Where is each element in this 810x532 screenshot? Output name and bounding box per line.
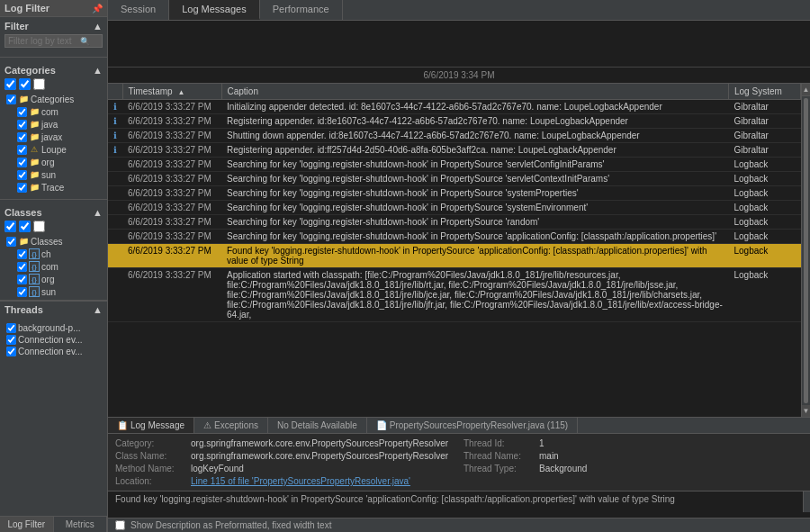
threads-collapse-icon[interactable]: ▲: [93, 304, 103, 315]
scroll-up-btn[interactable]: ▲: [802, 84, 810, 96]
cls-check-all[interactable]: [4, 221, 16, 232]
classes-section: Classes ▲ 📁Classes {}ch {}com {}org {}su…: [0, 203, 107, 300]
cls-item-classes[interactable]: 📁Classes: [4, 235, 103, 248]
location-value[interactable]: Line 115 of file 'PropertySourcesPropert…: [191, 476, 410, 486]
table-row[interactable]: 6/6/2019 3:33:27 PMFound key 'logging.re…: [108, 244, 801, 268]
table-row[interactable]: 6/6/2019 3:33:27 PMSearching for key 'lo…: [108, 172, 801, 186]
row-icon: [108, 158, 122, 172]
log-message-tab-label: Log Message: [130, 420, 184, 430]
tab-log-messages[interactable]: Log Messages: [169, 0, 260, 20]
tab-log-filter[interactable]: Log Filter: [0, 517, 54, 532]
cat-item-sun[interactable]: 📁sun: [15, 168, 103, 181]
categories-collapse-icon[interactable]: ▲: [93, 65, 103, 76]
log-message-tab-icon: 📋: [117, 420, 128, 430]
detail-classname-row: Class Name: org.springframework.core.env…: [115, 450, 454, 462]
cat-item-com[interactable]: 📁com: [15, 105, 103, 118]
log-filter-title: Log Filter: [4, 3, 50, 14]
exceptions-tab-icon: ⚠: [203, 420, 212, 430]
filter-input-wrap[interactable]: 🔍: [4, 34, 103, 48]
preformatted-checkbox[interactable]: [115, 520, 125, 530]
cat-item-categories[interactable]: 📁Categories: [4, 93, 103, 105]
table-row[interactable]: 6/6/2019 3:33:27 PMSearching for key 'lo…: [108, 158, 801, 172]
classes-collapse-icon[interactable]: ▲: [93, 207, 103, 218]
table-row[interactable]: ℹ6/6/2019 3:33:27 PMRegistering appender…: [108, 114, 801, 129]
cat-check-warn[interactable]: [33, 78, 45, 90]
log-scrollbar[interactable]: ▲ ▼: [801, 84, 810, 418]
cat-check-all[interactable]: [4, 78, 16, 90]
log-table-body: ℹ6/6/2019 3:33:27 PMInitializing appende…: [108, 100, 801, 322]
thread-item-ce1[interactable]: Connection ev...: [4, 334, 103, 346]
detail-tab-log-message[interactable]: 📋 Log Message: [108, 418, 194, 433]
table-row[interactable]: ℹ6/6/2019 3:33:27 PMShutting down append…: [108, 129, 801, 143]
exceptions-tab-label: Exceptions: [214, 420, 258, 430]
left-panel: Log Filter 📌 Filter ▲ 🔍 Categories ▲ 📁Ca…: [0, 0, 108, 532]
detail-tab-exceptions[interactable]: ⚠ Exceptions: [194, 418, 268, 433]
log-filter-header: Log Filter 📌: [0, 0, 107, 17]
divider-1: [0, 57, 107, 58]
filter-input[interactable]: [8, 36, 80, 46]
pin-icon[interactable]: 📌: [92, 4, 103, 14]
row-caption: Searching for key 'logging.register-shut…: [221, 172, 729, 186]
row-timestamp: 6/6/2019 3:33:27 PM: [122, 244, 221, 268]
top-tabs: Session Log Messages Performance: [108, 0, 810, 21]
cat-check-info[interactable]: [19, 78, 31, 90]
row-caption: Registering appender. id:8e1607c3-44c7-4…: [221, 114, 729, 129]
log-table-wrap[interactable]: Timestamp ▲ Caption Log System ℹ6/6/2019…: [108, 84, 801, 418]
cat-item-javax[interactable]: 📁javax: [15, 131, 103, 143]
cls-item-com[interactable]: {}com: [15, 260, 103, 273]
cls-check-info[interactable]: [19, 221, 31, 232]
row-icon: [108, 215, 122, 230]
cat-item-trace[interactable]: 📁Trace: [15, 181, 103, 194]
col-header-timestamp[interactable]: Timestamp ▲: [122, 84, 221, 100]
table-row[interactable]: 6/6/2019 3:33:27 PMSearching for key 'lo…: [108, 215, 801, 230]
row-icon: [108, 268, 122, 322]
col-header-caption[interactable]: Caption: [221, 84, 729, 100]
categories-label: Categories: [4, 65, 56, 76]
row-icon: ℹ: [108, 143, 122, 158]
top-tab-spacer: [343, 0, 810, 20]
classname-label: Class Name:: [115, 451, 187, 461]
cls-item-ch[interactable]: {}ch: [15, 248, 103, 260]
tab-metrics[interactable]: Metrics: [54, 517, 108, 532]
col-header-logsystem[interactable]: Log System: [729, 84, 801, 100]
detail-methodname-row: Method Name: logKeyFound: [115, 463, 454, 474]
tab-performance[interactable]: Performance: [260, 0, 343, 20]
detail-tab-property-sources[interactable]: 📄 PropertySourcesPropertyResolver.java (…: [367, 418, 578, 433]
classes-label: Classes: [4, 207, 42, 218]
table-row[interactable]: 6/6/2019 3:33:27 PMSearching for key 'lo…: [108, 230, 801, 244]
row-icon: [108, 201, 122, 215]
detail-tab-no-details[interactable]: No Details Available: [268, 418, 367, 433]
row-timestamp: 6/6/2019 3:33:27 PM: [122, 186, 221, 201]
row-timestamp: 6/6/2019 3:33:27 PM: [122, 143, 221, 158]
cls-item-sun[interactable]: {}sun: [15, 285, 103, 298]
bottom-msg-scroll[interactable]: [803, 491, 810, 512]
scroll-down-btn[interactable]: ▼: [802, 405, 810, 418]
col-header-icon: [108, 84, 122, 100]
threadid-value: 1: [539, 438, 544, 448]
threadid-label: Thread Id:: [464, 438, 536, 448]
table-row[interactable]: 6/6/2019 3:33:27 PMSearching for key 'lo…: [108, 186, 801, 201]
thread-item-bg[interactable]: background-p...: [4, 322, 103, 334]
table-row[interactable]: 6/6/2019 3:33:27 PMSearching for key 'lo…: [108, 201, 801, 215]
methodname-label: Method Name:: [115, 464, 187, 473]
cat-item-org[interactable]: 📁org: [15, 156, 103, 168]
table-row[interactable]: ℹ6/6/2019 3:33:27 PMRegistering appender…: [108, 143, 801, 158]
cls-check-warn[interactable]: [33, 221, 45, 232]
cat-item-java[interactable]: 📁java: [15, 118, 103, 131]
filter-header: Filter ▲: [4, 21, 103, 32]
row-caption: Searching for key 'logging.register-shut…: [221, 158, 729, 172]
detail-threadtype-row: Thread Type: Background: [464, 463, 803, 474]
table-row[interactable]: ℹ6/6/2019 3:33:27 PMInitializing appende…: [108, 100, 801, 114]
categories-header: Categories ▲: [4, 65, 103, 76]
tab-session[interactable]: Session: [108, 0, 169, 20]
filter-collapse-icon[interactable]: ▲: [93, 21, 103, 32]
thread-item-ce2[interactable]: Connection ev...: [4, 346, 103, 357]
table-row[interactable]: 6/6/2019 3:33:27 PMApplication started w…: [108, 268, 801, 322]
row-icon: [108, 230, 122, 244]
scroll-thumb[interactable]: [804, 98, 808, 403]
cat-item-loupe[interactable]: ⚠Loupe: [15, 143, 103, 156]
no-details-tab-label: No Details Available: [277, 420, 357, 430]
log-table: Timestamp ▲ Caption Log System ℹ6/6/2019…: [108, 84, 801, 322]
cls-item-org[interactable]: {}org: [15, 273, 103, 285]
categories-section: Categories ▲ 📁Categories 📁com 📁java 📁jav…: [0, 61, 107, 195]
